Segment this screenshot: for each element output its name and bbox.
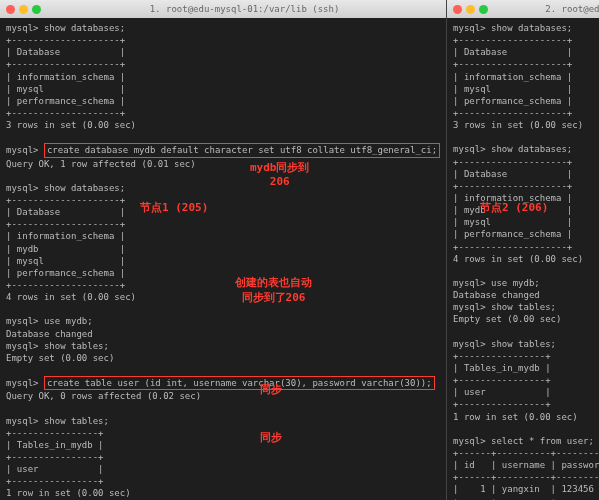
traffic-lights [6, 5, 41, 14]
sql-create-db: create database mydb default character s… [44, 143, 440, 157]
titlebar-left: 1. root@edu-mysql-01:/var/lib (ssh) [0, 0, 446, 18]
maximize-icon[interactable] [32, 5, 41, 14]
maximize-icon[interactable] [479, 5, 488, 14]
sql-create-table: create table user (id int, username varc… [44, 376, 435, 390]
right-pane: 2. root@edu-mysql-02:/var/lib/my mysql> … [447, 0, 599, 500]
minimize-icon[interactable] [19, 5, 28, 14]
left-pane: 1. root@edu-mysql-01:/var/lib (ssh) mysq… [0, 0, 447, 500]
close-icon[interactable] [453, 5, 462, 14]
traffic-lights [453, 5, 488, 14]
titlebar-right: 2. root@edu-mysql-02:/var/lib/my [447, 0, 599, 18]
minimize-icon[interactable] [466, 5, 475, 14]
terminal-right[interactable]: mysql> show databases; +----------------… [447, 18, 599, 500]
close-icon[interactable] [6, 5, 15, 14]
window-title-left: 1. root@edu-mysql-01:/var/lib (ssh) [49, 4, 440, 14]
window-title-right: 2. root@edu-mysql-02:/var/lib/my [496, 4, 599, 14]
terminal-left[interactable]: mysql> show databases; +----------------… [0, 18, 446, 500]
